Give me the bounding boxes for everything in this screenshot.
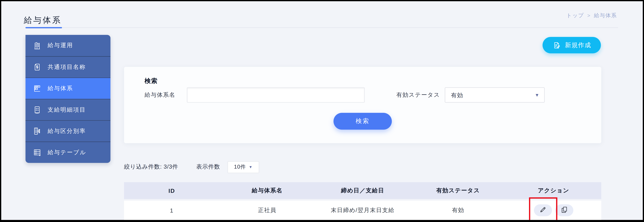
cell-id: 1 xyxy=(124,207,220,214)
sidebar-item-salary-table[interactable]: 給与テーブル xyxy=(26,142,110,163)
search-submit-button[interactable]: 検索 xyxy=(334,113,392,130)
results-meta-bar: 絞り込み件数: 3/3件 表示件数 10件 ▼ xyxy=(124,161,259,173)
payroll-operation-icon xyxy=(32,41,42,50)
column-header-id: ID xyxy=(124,187,220,194)
sidebar-item-label: 支給明細項目 xyxy=(48,106,86,114)
sidebar-item-label: 共通項目名称 xyxy=(48,63,86,71)
search-panel: 検索 給与体系名 有効ステータス 有効 ▼ 検索 xyxy=(124,67,601,143)
breadcrumb: トップ > 給与体系 xyxy=(566,12,617,19)
salary-system-name-label: 給与体系名 xyxy=(145,91,176,99)
table-row: 1 正社員 末日締め/翌月末日支給 有効 xyxy=(124,201,601,220)
copy-icon xyxy=(560,206,568,215)
sidebar-item-label: 給与テーブル xyxy=(48,149,86,156)
sidebar-item-payroll-operation[interactable]: 給与運用 xyxy=(26,35,110,56)
common-item-name-icon xyxy=(32,63,42,72)
salary-system-name-input[interactable] xyxy=(187,87,365,103)
app-page: 給与体系 トップ > 給与体系 給与運用 xyxy=(1,1,643,220)
create-new-label: 新規作成 xyxy=(565,41,591,49)
filter-count-text: 絞り込み件数: 3/3件 xyxy=(124,163,178,171)
edit-button[interactable] xyxy=(534,204,552,216)
column-header-name: 給与体系名 xyxy=(220,187,315,195)
cell-status: 有効 xyxy=(410,207,506,214)
chevron-down-icon: ▼ xyxy=(249,165,252,169)
breadcrumb-separator: > xyxy=(587,13,591,18)
sidebar-item-common-item-name[interactable]: 共通項目名称 xyxy=(26,56,110,77)
breadcrumb-item-top[interactable]: トップ xyxy=(566,12,584,19)
breadcrumb-item-current: 給与体系 xyxy=(594,12,617,19)
page-size-select[interactable]: 10件 ▼ xyxy=(228,161,259,173)
title-divider xyxy=(26,27,618,28)
status-filter-value: 有効 xyxy=(451,88,463,103)
page-size-label: 表示件数 xyxy=(196,163,220,171)
copy-button[interactable] xyxy=(555,204,573,216)
salary-systems-table: ID 給与体系名 締め日／支給日 有効ステータス アクション 1 正社員 末日締… xyxy=(124,182,601,220)
status-filter-select[interactable]: 有効 ▼ xyxy=(445,87,545,103)
sidebar-item-salary-system[interactable]: 給与体系 xyxy=(26,77,110,99)
salary-table-icon xyxy=(32,148,42,157)
page-size-value: 10件 xyxy=(234,163,246,171)
column-header-closing-payment: 締め日／支給日 xyxy=(315,187,410,195)
title-accent-underline xyxy=(26,27,62,28)
chevron-down-icon: ▼ xyxy=(535,93,539,97)
sidebar-item-label: 給与運用 xyxy=(48,42,73,49)
column-header-status: 有効ステータス xyxy=(410,187,506,195)
payment-detail-item-icon xyxy=(32,105,42,114)
column-header-actions: アクション xyxy=(506,187,601,195)
cell-name: 正社員 xyxy=(220,207,315,214)
cell-closing-payment: 末日締め/翌月末日支給 xyxy=(315,207,410,214)
sidebar-item-label: 給与区分別率 xyxy=(48,127,86,135)
table-header-row: ID 給与体系名 締め日／支給日 有効ステータス アクション xyxy=(124,182,601,199)
sidebar-item-payment-detail-item[interactable]: 支給明細項目 xyxy=(26,99,110,120)
salary-category-rate-icon xyxy=(32,127,42,136)
create-document-icon xyxy=(552,40,561,50)
salary-system-icon xyxy=(32,84,42,93)
status-filter-label: 有効ステータス xyxy=(396,91,440,99)
cell-actions xyxy=(506,204,601,216)
search-panel-title: 検索 xyxy=(145,77,158,85)
sidebar-item-salary-category-rate[interactable]: 給与区分別率 xyxy=(26,120,110,142)
page-title: 給与体系 xyxy=(24,15,62,26)
screenshot-frame: 給与体系 トップ > 給与体系 給与運用 xyxy=(0,0,644,222)
pencil-icon xyxy=(539,206,546,215)
sidebar-menu: 給与運用 共通項目名称 xyxy=(26,35,110,163)
create-new-button[interactable]: 新規作成 xyxy=(542,37,601,53)
sidebar-item-label: 給与体系 xyxy=(48,85,73,92)
